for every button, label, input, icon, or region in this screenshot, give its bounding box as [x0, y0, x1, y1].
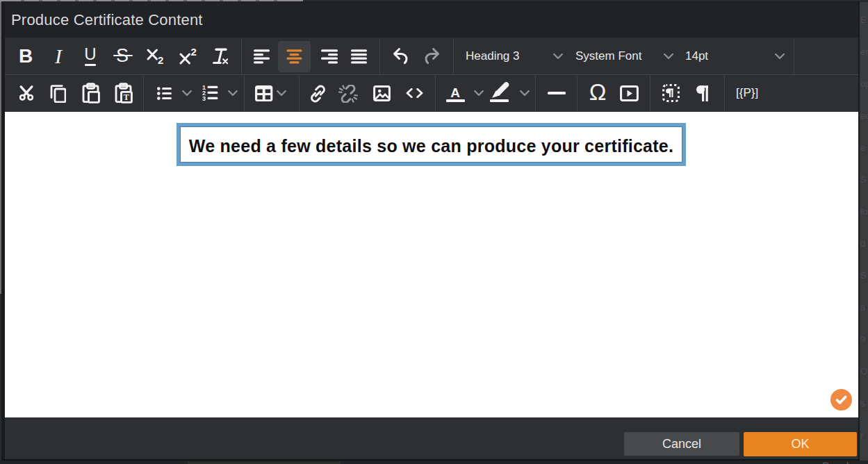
svg-text:3: 3: [202, 95, 206, 101]
svg-text:2: 2: [158, 54, 163, 65]
svg-text:2: 2: [190, 47, 196, 58]
svg-text:T: T: [124, 92, 130, 102]
